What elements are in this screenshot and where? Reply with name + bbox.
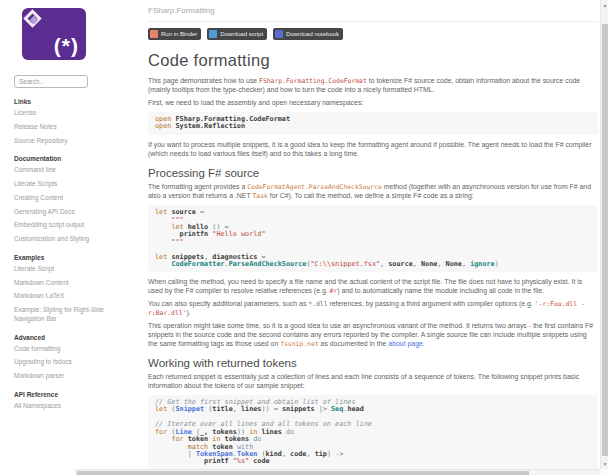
code-token: """ xyxy=(155,238,184,246)
sidebar-nav: LinksLicenseRelease NotesSource Reposito… xyxy=(14,98,134,411)
code-link[interactable]: CodeFormatAgent.ParseAndCheckSource xyxy=(247,183,382,191)
paragraph: If you want to process multiple snippets… xyxy=(148,141,598,158)
page-title: Code formatting xyxy=(148,51,598,70)
sidebar-link[interactable]: Example: Styling for Right-Side Navigati… xyxy=(14,306,132,324)
sidebar-section-title: Documentation xyxy=(14,155,134,162)
code-token: title xyxy=(212,405,232,413)
code-line: let source = xyxy=(155,209,591,216)
code-line: """ xyxy=(155,239,591,246)
code-token: ignore xyxy=(470,260,495,268)
code-token: head xyxy=(347,405,363,413)
sidebar-link[interactable]: Source Repository xyxy=(14,137,132,146)
sidebar-section-title: Examples xyxy=(14,254,134,261)
text-segment: You can also specify additional paramete… xyxy=(148,300,308,307)
search-input[interactable] xyxy=(14,75,88,88)
code-token: open xyxy=(155,122,171,130)
code-token: System.Reflection xyxy=(175,122,245,130)
code-token: None xyxy=(446,260,462,268)
code-token: printfn xyxy=(180,230,209,238)
sidebar-link[interactable]: License xyxy=(14,109,132,118)
section-heading: Working with returned tokens xyxy=(148,357,598,369)
vertical-scrollbar-thumb[interactable] xyxy=(602,24,608,456)
code-line: let (Snippet (title, lines)) = snippets … xyxy=(155,406,591,413)
logo-parens-text: (*) xyxy=(54,34,79,58)
text-segment: as documented in the xyxy=(319,340,389,347)
text-segment: references, by passing a third argument … xyxy=(328,300,535,307)
code-block: let source = """ let hello () = printfn … xyxy=(148,205,598,272)
code-token: ParseAndCheckSource xyxy=(229,260,307,268)
sidebar-link[interactable]: Upgrading to fsdocs xyxy=(14,358,132,367)
code-token: tip xyxy=(315,450,327,458)
sidebar-link[interactable]: Release Notes xyxy=(14,123,132,132)
code-link[interactable]: fssnip.net xyxy=(280,340,318,348)
code-token: code xyxy=(253,457,269,465)
sidebar-link[interactable]: Markdown LaTeX xyxy=(14,292,132,301)
sidebar-section-title: Links xyxy=(14,98,134,105)
sidebar-link[interactable]: Generating API Docs xyxy=(14,208,132,217)
code-line: printf "%s" code xyxy=(155,458,591,465)
fsharp-formatting-logo[interactable]: (*) xyxy=(22,8,86,60)
text-segment: If you want to process multiple snippets… xyxy=(148,141,591,157)
sidebar-link[interactable]: Creating Content xyxy=(14,194,132,203)
run-in-binder-button[interactable]: Run in Binder xyxy=(148,28,201,40)
code-token: lines xyxy=(261,428,281,436)
code-token: lines xyxy=(241,405,261,413)
scroll-down-arrow-icon[interactable]: ▼ xyxy=(601,459,608,469)
sidebar-link[interactable]: Customization and Styling xyxy=(14,235,132,244)
code-token: source xyxy=(388,260,413,268)
doc-flow: Code formattingThis page demonstrates ho… xyxy=(148,51,598,475)
code-line: open System.Reflection xyxy=(155,123,591,130)
paragraph: This operation might take some time, so … xyxy=(148,322,598,348)
code-token: CodeFormatter xyxy=(171,260,224,268)
code-token: Seq xyxy=(331,405,343,413)
code-token: "%s" xyxy=(233,457,249,465)
code-token: , xyxy=(413,260,421,268)
code-block: open FSharp.Formatting.CodeFormatopen Sy… xyxy=(148,112,598,135)
text-link[interactable]: about page xyxy=(388,340,423,347)
code-line: CodeFormatter.ParseAndCheckSource("C:\\s… xyxy=(155,261,591,268)
code-token: , xyxy=(306,450,314,458)
horizontal-scrollbar[interactable] xyxy=(75,469,600,475)
text-segment: for C#). To call the method, we define a… xyxy=(268,192,474,199)
sidebar-link[interactable]: Code formatting xyxy=(14,345,132,354)
scroll-up-arrow-icon[interactable]: ▲ xyxy=(601,0,608,10)
sidebar-link[interactable]: Literate Scripts xyxy=(14,180,132,189)
horizontal-scrollbar-thumb[interactable] xyxy=(77,471,529,475)
paragraph: The formatting agent provides a CodeForm… xyxy=(148,183,598,200)
download-notebook-button[interactable]: Download notebook xyxy=(273,28,343,40)
inline-code: FSharp.Formatting.CodeFormat xyxy=(259,77,367,85)
code-token: |> xyxy=(319,405,327,413)
code-token: = xyxy=(274,405,282,413)
code-token: , xyxy=(282,450,290,458)
sidebar-link[interactable]: All Namespaces xyxy=(14,402,132,411)
code-token: "Hello world" xyxy=(212,230,265,238)
code-token: None xyxy=(421,260,437,268)
download-script-button[interactable]: Download script xyxy=(207,28,267,40)
inline-code: *.dll xyxy=(308,300,327,308)
code-token: )) xyxy=(261,405,273,413)
code-token: -> xyxy=(335,450,343,458)
code-token: , xyxy=(462,260,470,268)
code-token: "C:\\snippet.fsx" xyxy=(311,260,381,268)
code-token: , xyxy=(437,260,445,268)
code-token: , xyxy=(233,405,241,413)
sidebar-link[interactable]: Embedding script output xyxy=(14,221,132,230)
download-notebook-icon xyxy=(275,30,283,38)
code-token xyxy=(155,457,204,465)
sidebar-link[interactable]: Literate Script xyxy=(14,265,132,274)
code-token: ) xyxy=(495,260,499,268)
paragraph: You can also specify additional paramete… xyxy=(148,300,598,317)
code-link[interactable]: Task xyxy=(252,192,267,200)
badge-row: Run in Binder Download script Download n… xyxy=(148,28,598,40)
sidebar-section-title: Advanced xyxy=(14,334,134,341)
text-segment: ) and to automatically name the module i… xyxy=(337,287,544,294)
section-heading: Processing F# source xyxy=(148,167,598,179)
scrollbar-corner xyxy=(600,469,608,475)
paragraph: This page demonstrates how to use FSharp… xyxy=(148,77,598,94)
code-token: = xyxy=(200,208,204,216)
vertical-scrollbar[interactable]: ▲ ▼ xyxy=(600,0,608,475)
sidebar-link[interactable]: Markdown Content xyxy=(14,279,132,288)
sidebar-link[interactable]: Markdown parser xyxy=(14,372,132,381)
sidebar-link[interactable]: Command line xyxy=(14,166,132,175)
text-segment: . xyxy=(423,340,425,347)
